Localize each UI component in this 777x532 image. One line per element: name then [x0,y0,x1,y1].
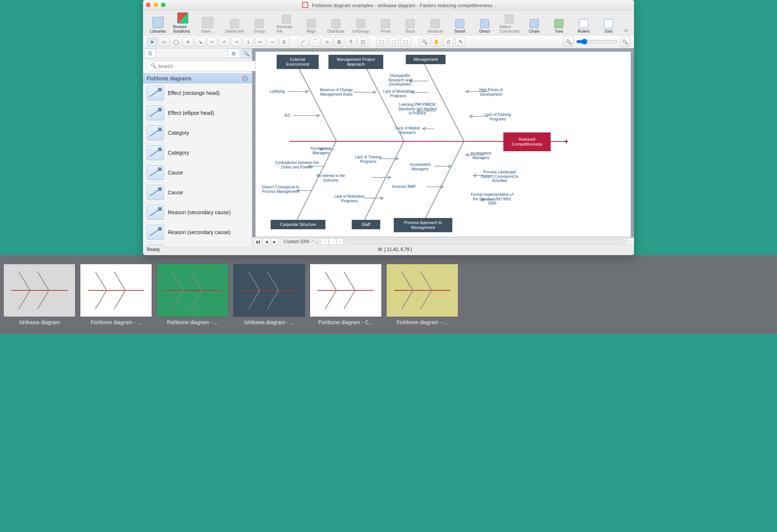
rect-tool[interactable]: ▭ [159,37,169,47]
category-box[interactable]: Management Project Approach [328,55,383,69]
ungroup-button[interactable]: UnGroup [349,18,372,34]
libraries-button[interactable]: Libraries [147,16,169,34]
gallery-item[interactable]: Fishbone diagram - ... [80,264,152,325]
close-icon[interactable] [146,3,151,7]
connector-tool-7[interactable]: ⤻ [267,37,277,47]
cause-label[interactable]: Incorrect BMP [387,185,421,189]
connector-tool-5[interactable]: ⇣ [243,37,253,47]
cause-label[interactable]: Doesn't Correspond to Process Management [258,185,303,194]
library-category-header[interactable]: Fishbone diagrams × [143,74,252,83]
view-mode-3[interactable]: ▫ [336,238,344,245]
grid-button[interactable]: Grid [597,18,620,34]
diagram-canvas[interactable]: External Environment Management Project … [255,51,631,237]
polyline-tool[interactable]: ∿ [322,37,332,47]
magnify-tool[interactable]: 🔍 [419,37,430,47]
pause-button[interactable]: ▮▮ [254,238,262,245]
rulers-button[interactable]: Rulers [572,18,595,34]
cause-label[interactable]: Incompetent Managers [405,162,435,171]
cause-label[interactable]: Learning PMI PMBOK Standards Isn't Appli… [397,102,438,116]
overflow-icon[interactable]: » [622,26,630,34]
category-box[interactable]: Staff [352,220,380,229]
sidebar-tab-grid[interactable]: ⊞ [228,48,239,58]
sidebar-tab-tree[interactable]: ☰ [145,48,156,58]
category-box[interactable]: Process Approach to Management [394,218,452,232]
stamp-tool[interactable]: ⎙ [443,37,454,47]
hand-tool[interactable]: ✋ [431,37,442,47]
fit-button[interactable]: ⛶ [626,238,634,245]
library-item[interactable]: Category [143,143,252,163]
gallery-item[interactable]: Ishikawa diagram - ... [233,264,305,325]
crop-tool-3[interactable]: ⬚ [401,37,411,47]
horizontal-scrollbar[interactable] [346,239,624,244]
line-tool[interactable]: ／ [298,37,308,47]
cause-label[interactable]: No Interest in the Outcome [312,174,349,182]
effect-box[interactable]: Reduced Competitiveness [503,132,551,151]
prev-page-button[interactable]: ◀ [263,238,270,245]
insert-tool[interactable]: ⎘ [279,37,289,47]
cause-label[interactable]: Lack of Market Research [391,126,425,135]
cause-label[interactable]: High Prices of Development [474,88,508,96]
zoom-slider[interactable] [576,39,617,45]
library-item[interactable]: Effect (ellipse head) [143,103,252,123]
front-button[interactable]: Front [374,18,397,34]
text-tool[interactable]: ≡ [183,37,193,47]
tree-button[interactable]: Tree [548,18,570,34]
library-item[interactable]: Reason (secondary cause) [143,242,252,246]
gallery-item[interactable]: Fishbone diagram - ... [157,264,228,325]
cause-label[interactable]: Lack of Motivation Programs [379,89,417,98]
delete-link-button[interactable]: Delete link [223,18,246,34]
save-button[interactable]: Save... [196,16,219,34]
connector-tool-1[interactable]: ↘ [195,37,205,47]
grid-tool[interactable]: ⊞ [334,37,344,47]
connector-tool-6[interactable]: ⤳ [255,37,265,47]
library-item[interactable]: Reason (secondary cause) [143,203,252,222]
identical-button[interactable]: Identical [424,18,446,34]
eyedropper-tool[interactable]: ✎ [455,37,466,47]
smart-button[interactable]: Smart [449,18,471,34]
group-button[interactable]: Group [248,18,271,34]
connector-tool-4[interactable]: ⇢ [231,37,241,47]
search-input[interactable] [147,61,264,71]
library-item[interactable]: Category [143,123,252,143]
chain-button[interactable]: Chain [523,18,545,34]
zoom-dropdown[interactable]: Custom 53% ⌃⌄ [284,239,318,244]
pointer-tool[interactable]: ➤ [147,37,157,47]
connector-tool-2[interactable]: ⤷ [207,37,217,47]
select-connected-button[interactable]: Select Connected [498,14,521,34]
category-box[interactable]: Management [406,55,446,64]
category-box[interactable]: External Environment [277,55,319,69]
direct-button[interactable]: Direct [473,18,496,34]
view-mode-2[interactable]: ▫ [329,238,336,245]
cause-label[interactable]: IEC [282,113,293,118]
close-category-icon[interactable]: × [242,75,248,81]
align-button[interactable]: Align [300,18,322,34]
library-item[interactable]: Effect (rectange head) [143,83,252,103]
cause-label[interactable]: Process Landscape Doesn't Correspond to … [477,170,522,183]
back-button[interactable]: Back [399,18,422,34]
cause-label[interactable]: Lack of Training Programs [349,155,387,164]
cause-label[interactable]: Disregardfor Research and Development [383,74,417,87]
library-item[interactable]: Cause [143,183,252,203]
minimize-icon[interactable] [154,3,158,7]
cause-label[interactable]: Formal Implementation of the Standard IS… [470,192,515,206]
arc-tool[interactable]: ⌒ [310,37,320,47]
distribute-button[interactable]: Distribute [325,18,347,34]
crop-tool-2[interactable]: ⬚ [388,37,399,47]
cause-label[interactable]: Incompetent Managers [306,146,336,155]
sidebar-tab-search[interactable]: 🔍 [241,48,252,58]
cause-label[interactable]: Lobbying [267,89,288,94]
view-mode-1[interactable]: ▫ [321,238,329,245]
browse-solutions-button[interactable]: Browse Solutions [172,12,194,34]
gallery-item[interactable]: Fishbone diagram - C... [310,264,381,325]
category-box[interactable]: Corporate Structure [271,220,325,229]
crop-tool-1[interactable]: ⬚ [376,37,387,47]
connector-tool-3[interactable]: ⤶ [219,37,229,47]
library-item[interactable]: Cause [143,163,252,183]
library-item[interactable]: Reason (secondary cause) [143,222,252,242]
zoom-in-button[interactable]: 🔍 [620,37,630,47]
cause-label[interactable]: Incompetent Managers [466,151,496,160]
cause-label[interactable]: Lack of Motivation Programs [329,194,370,203]
cause-label[interactable]: Lack of Training Programs [481,113,515,121]
zoom-icon[interactable] [161,3,166,7]
zoom-out-button[interactable]: 🔍 [563,37,574,47]
